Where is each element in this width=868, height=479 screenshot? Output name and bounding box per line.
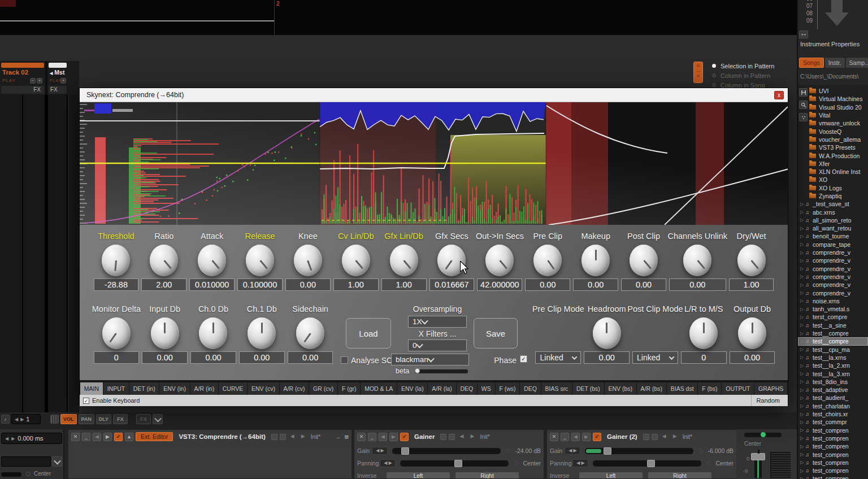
monitor-delta-value[interactable]: 0 xyxy=(94,351,140,364)
radio-selection-in-pattern[interactable]: Selection in Pattern xyxy=(708,61,797,71)
panning-slider[interactable] xyxy=(593,460,701,467)
expand-icon[interactable]: ▷ xyxy=(800,307,805,312)
folder-row[interactable]: Visual Studio 20 xyxy=(798,103,868,111)
monitor-delta-knob[interactable] xyxy=(102,317,131,349)
file-row[interactable]: ▷♫comprendre_v xyxy=(798,249,868,256)
ext-editor-button[interactable]: Ext. Editor xyxy=(136,432,173,441)
expand-icon[interactable]: ▷ xyxy=(800,371,805,376)
right-arrow-icon[interactable]: ▶ xyxy=(11,436,15,441)
expand-icon[interactable]: ▷ xyxy=(800,436,805,441)
master-collapse-icon[interactable]: ◀ xyxy=(50,71,53,75)
routing-icon[interactable] xyxy=(271,434,277,440)
master-name[interactable]: Mst xyxy=(54,69,64,76)
browser-tab-samp[interactable]: Samp.. xyxy=(846,58,868,68)
tab-a-r-cv[interactable]: A/R (cv) xyxy=(280,382,309,395)
ch-1-db-value[interactable]: 0.00 xyxy=(239,351,285,364)
input-db-knob[interactable] xyxy=(151,317,179,349)
threshold-value[interactable]: -28.88 xyxy=(94,278,139,291)
tab-env-in[interactable]: ENV (in) xyxy=(159,382,189,395)
expand-icon[interactable]: ▷ xyxy=(800,250,805,255)
browser-tab-instr[interactable]: Instr. xyxy=(825,58,845,68)
file-row[interactable]: ▷♫test_compren xyxy=(798,450,868,458)
beta-slider-handle[interactable] xyxy=(415,368,420,373)
device-right-button[interactable]: ▶ xyxy=(389,433,398,441)
oversampling-dropdown[interactable]: 1X xyxy=(408,316,467,328)
l-r-to-m-s-knob[interactable] xyxy=(689,317,718,349)
file-row[interactable]: ▷♫comprendre_v xyxy=(798,256,868,264)
preset-next-button[interactable]: ▶ xyxy=(299,433,307,441)
gain-slider[interactable] xyxy=(392,448,501,454)
instrument-number[interactable]: 07 xyxy=(799,2,813,10)
tab-bias-src[interactable]: BIAS src xyxy=(541,382,572,395)
expand-icon[interactable]: ▷ xyxy=(800,242,805,247)
file-row[interactable]: ▷♫test_charlatan xyxy=(798,402,868,410)
slider-handle[interactable] xyxy=(454,460,462,467)
grid-icon[interactable] xyxy=(50,415,59,424)
track-name[interactable]: Track 02 xyxy=(2,69,28,76)
plugin-titlebar[interactable]: Skynext: Comprendre (→64bit) x xyxy=(80,88,788,102)
preset-prev-button[interactable]: ◀ xyxy=(457,433,466,441)
expand-icon[interactable]: ▷ xyxy=(800,347,805,352)
out-in-secs-value[interactable]: 42.000000 xyxy=(477,278,522,291)
preset-prev-button[interactable]: ◀ xyxy=(288,433,297,441)
dry-wet-knob[interactable] xyxy=(737,245,766,276)
ch-0-db-knob[interactable] xyxy=(199,317,227,349)
makeup-knob[interactable] xyxy=(581,245,610,276)
toolbar-vol-button[interactable]: VOL xyxy=(60,414,77,424)
ratio-value[interactable]: 2.00 xyxy=(141,278,186,291)
preset-prev-button[interactable]: ◀ xyxy=(660,433,669,441)
stepper-arrows[interactable]: ◀ ▶ xyxy=(372,447,388,455)
expand-icon[interactable]: ▷ xyxy=(800,428,805,433)
cv-lin-db-knob[interactable] xyxy=(342,245,370,276)
tab-env-la[interactable]: ENV (la) xyxy=(397,382,427,395)
pattern-scroll-widget[interactable]: ≡ ↔ ≡ xyxy=(693,62,703,83)
folder-row[interactable]: UVI xyxy=(798,87,868,95)
expand-icon[interactable]: ▷ xyxy=(800,468,805,473)
expand-icon[interactable]: ▷ xyxy=(800,202,805,207)
headroom-value[interactable]: 0.00 xyxy=(584,351,630,364)
instrument-number[interactable]: 08 xyxy=(799,10,813,17)
route-out-icon[interactable]: → xyxy=(335,433,341,440)
file-row[interactable]: ▷♫test__la_3.xrn xyxy=(798,369,868,377)
tab-deq[interactable]: DEQ xyxy=(457,382,477,395)
output-db-value[interactable]: 0.00 xyxy=(730,351,775,364)
folder-row[interactable]: Vital xyxy=(798,111,868,119)
pre-clip-mode-dropdown[interactable]: Linked xyxy=(535,351,581,364)
preset-name[interactable]: Init* xyxy=(683,434,692,440)
mini-slider[interactable] xyxy=(1,472,21,477)
file-row[interactable]: ▷♫test__compre xyxy=(798,337,868,345)
folder-row[interactable]: XO Logs xyxy=(798,184,868,192)
folder-row[interactable]: Zynaptiq xyxy=(798,192,868,200)
master-fx-row[interactable]: FX xyxy=(49,86,67,94)
tab-main[interactable]: MAIN xyxy=(80,382,103,395)
toolbar-pan-button[interactable]: PAN xyxy=(79,414,94,424)
expand-icon[interactable]: ▷ xyxy=(800,226,805,231)
expand-icon[interactable]: ▷ xyxy=(800,403,805,408)
threshold-knob[interactable] xyxy=(102,245,130,276)
expand-icon[interactable]: ▷ xyxy=(800,444,805,449)
cv-lin-db-value[interactable]: 1.00 xyxy=(333,278,379,291)
expand-icon[interactable]: ▷ xyxy=(800,355,805,360)
device-left-button[interactable]: ◀ xyxy=(379,433,387,441)
device-up-button[interactable]: ▲ xyxy=(125,433,133,441)
folder-row[interactable]: VST3 Presets xyxy=(798,143,868,151)
file-row[interactable]: ▷♫all_simon_reto xyxy=(798,216,868,224)
load-button[interactable]: Load xyxy=(346,318,391,349)
gfx-secs-value[interactable]: 0.016667 xyxy=(429,278,475,291)
expand-icon[interactable]: ▷ xyxy=(800,266,805,271)
folder-row[interactable]: voucher_allema xyxy=(798,136,868,143)
inverse-right-button[interactable]: Right xyxy=(455,472,519,479)
pre-clip-knob[interactable] xyxy=(533,245,562,276)
tab-bias-dst[interactable]: BIAS dst xyxy=(667,382,697,395)
slider-radio[interactable] xyxy=(707,461,711,465)
tab-f-gr[interactable]: F (gr) xyxy=(338,382,360,395)
device-close-button[interactable]: ✕ xyxy=(71,433,80,441)
master-pan-slider[interactable] xyxy=(744,433,782,437)
routing-icon[interactable] xyxy=(449,434,455,440)
master-fader-handle[interactable] xyxy=(751,453,765,460)
dropdown-button[interactable] xyxy=(153,414,163,424)
routing-icon[interactable] xyxy=(280,434,286,440)
post-clip-knob[interactable] xyxy=(630,245,658,276)
tab-a-r-bs[interactable]: A/R (bs) xyxy=(637,382,666,395)
filters-dropdown[interactable]: 0 xyxy=(408,339,467,351)
